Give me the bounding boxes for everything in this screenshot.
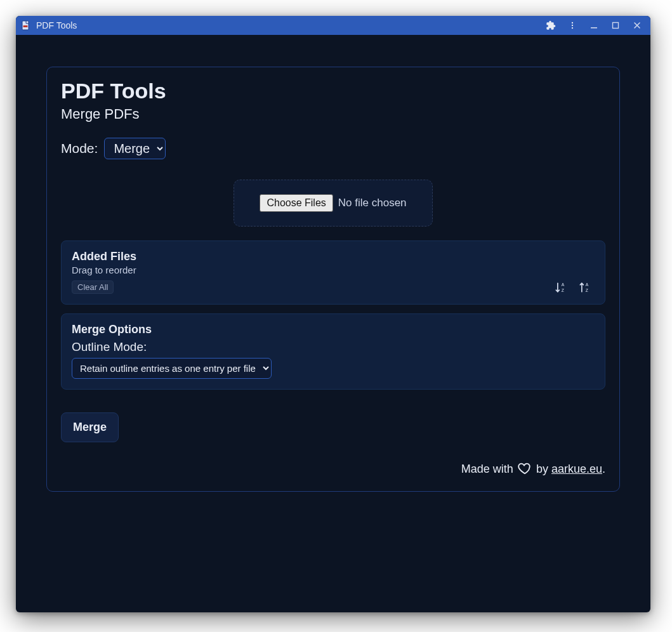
added-files-title: Added Files: [72, 250, 595, 263]
close-button[interactable]: [626, 16, 648, 35]
choose-files-button[interactable]: Choose Files: [260, 194, 333, 212]
file-dropzone[interactable]: Choose Files No file chosen: [234, 180, 432, 227]
svg-rect-6: [613, 23, 619, 29]
heart-icon: [518, 461, 532, 478]
footer: Made with by aarkue.eu.: [61, 461, 605, 478]
svg-point-2: [572, 22, 573, 23]
maximize-button[interactable]: [605, 16, 626, 35]
app-window: PDF Tools PDF Tools Merge PDFs Mod: [16, 16, 650, 612]
sort-asc-icon[interactable]: A Z: [554, 281, 567, 294]
sort-controls: A Z A Z: [554, 281, 595, 294]
svg-text:Z: Z: [562, 288, 564, 293]
page-subtitle: Merge PDFs: [61, 106, 605, 122]
svg-text:Z: Z: [586, 288, 588, 293]
svg-text:A: A: [562, 282, 565, 287]
footer-prefix: Made with: [461, 463, 517, 475]
window-title: PDF Tools: [36, 20, 77, 30]
footer-by: by: [536, 463, 551, 475]
merge-options-title: Merge Options: [72, 323, 595, 336]
svg-text:A: A: [586, 282, 589, 287]
svg-point-3: [572, 25, 573, 26]
kebab-menu-icon[interactable]: [562, 16, 583, 35]
svg-rect-1: [23, 25, 28, 27]
mode-label: Mode:: [61, 141, 98, 156]
outline-mode-label: Outline Mode:: [72, 340, 595, 354]
sort-desc-icon[interactable]: A Z: [578, 281, 591, 294]
content-area: PDF Tools Merge PDFs Mode: Merge Choose …: [16, 35, 650, 612]
app-icon: [21, 20, 31, 30]
merge-button[interactable]: Merge: [61, 412, 119, 442]
merge-options-panel: Merge Options Outline Mode: Retain outli…: [61, 313, 605, 390]
mode-select[interactable]: Merge: [104, 138, 166, 159]
extension-icon[interactable]: [540, 16, 562, 35]
file-picker-region: Choose Files No file chosen: [61, 180, 605, 227]
minimize-button[interactable]: [583, 16, 605, 35]
added-files-hint: Drag to reorder: [72, 265, 595, 275]
clear-all-button[interactable]: Clear All: [72, 280, 114, 294]
main-card: PDF Tools Merge PDFs Mode: Merge Choose …: [46, 67, 620, 492]
svg-rect-5: [591, 27, 597, 29]
footer-suffix: .: [602, 463, 605, 475]
added-files-panel: Added Files Drag to reorder Clear All A …: [61, 240, 605, 305]
outline-mode-select[interactable]: Retain outline entries as one entry per …: [72, 358, 272, 379]
file-status-text: No file chosen: [338, 197, 407, 209]
footer-link[interactable]: aarkue.eu: [551, 463, 602, 475]
mode-row: Mode: Merge: [61, 138, 605, 159]
page-title: PDF Tools: [61, 79, 605, 103]
titlebar: PDF Tools: [16, 16, 650, 35]
svg-point-4: [572, 27, 573, 29]
